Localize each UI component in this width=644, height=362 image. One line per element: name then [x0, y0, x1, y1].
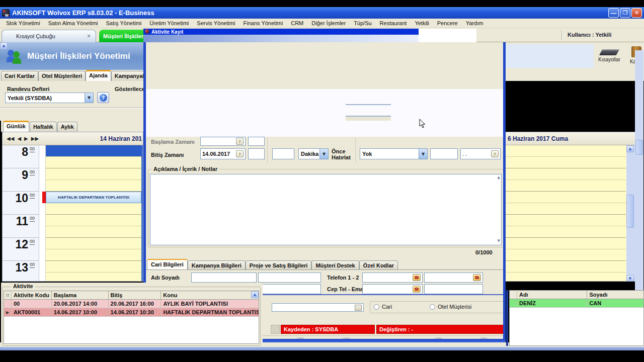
start-date-input[interactable]: 7 [200, 137, 246, 146]
restore-button[interactable]: ❐ [620, 8, 630, 18]
tab-cari-bilgileri[interactable]: Cari Bilgileri [147, 259, 188, 270]
first-name-input[interactable] [191, 273, 257, 283]
notes-label: Açıklama / İçerik / Notlar [151, 166, 219, 172]
chevron-down-icon[interactable]: ▼ [319, 149, 328, 159]
menu-pencere[interactable]: Pencere [433, 19, 462, 27]
search-input[interactable] [272, 303, 364, 312]
repeat-select[interactable]: Yok ▼ [360, 148, 428, 159]
nav-next-icon[interactable]: ▶ [24, 136, 28, 141]
nav-prev-icon[interactable]: ◀ [17, 136, 21, 141]
main-scroll-thumb[interactable] [635, 140, 643, 155]
col-baslama[interactable]: Başlama [52, 291, 109, 299]
radio-otel[interactable]: Otel Müşterisi [430, 304, 471, 310]
col-aktivite-kodu[interactable]: Aktivite Kodu [12, 291, 52, 299]
scroll-up-icon[interactable]: ▲ [626, 145, 634, 152]
menu-tupsu[interactable]: Tüp/Su [350, 19, 375, 27]
char-counter: 0/1000 [475, 249, 493, 255]
nav-last-icon[interactable]: ▶▶ [31, 136, 39, 141]
repeat-count-input[interactable] [430, 148, 458, 159]
tab-cari-kartlar[interactable]: Cari Kartlar [1, 71, 38, 81]
radio-cari[interactable]: Cari [374, 304, 392, 310]
appointment-book-label: Randevu Defteri [7, 86, 49, 92]
menu-restaurant[interactable]: Restaurant [376, 19, 411, 27]
col-bitis[interactable]: Bitiş [109, 291, 162, 299]
repeat-end-date-input[interactable]: . . 7 [460, 148, 501, 159]
calendar-picker-icon[interactable]: 7 [236, 150, 244, 157]
person-table-header[interactable]: Adı Soyadı [510, 291, 643, 299]
save-button[interactable]: ✔ [383, 335, 395, 339]
start-hour-input[interactable] [248, 137, 265, 146]
phone-icon[interactable]: ☎ [413, 274, 421, 281]
phone2-input[interactable]: ☎ [424, 273, 483, 283]
remind-label-line1: Önce [332, 148, 346, 154]
tab-ajanda[interactable]: Ajanda [86, 70, 111, 81]
app-icon [2, 9, 10, 17]
tab-aylik[interactable]: Aylık [57, 122, 77, 132]
tab-close-icon[interactable]: × [87, 33, 91, 40]
check-icon: ✔ [383, 335, 395, 339]
calendar-picker-icon[interactable]: 7 [491, 150, 499, 157]
menu-crm[interactable]: CRM [287, 19, 307, 27]
notes-scroll-down-icon[interactable]: ▼ [498, 239, 500, 243]
col-konu[interactable]: Konu [161, 291, 251, 299]
tab-proje-satis[interactable]: Proje ve Satış Bilgileri [246, 260, 312, 270]
menu-finans[interactable]: Finans Yönetimi [239, 19, 287, 27]
mouse-cursor [419, 119, 426, 129]
table-row[interactable]: ▶ AKT00001 14.06.2017 10:00 14.06.2017 1… [4, 308, 259, 317]
scroll-down-icon[interactable]: ▼ [626, 275, 634, 282]
col-adi[interactable]: Adı [517, 291, 587, 299]
calendar-event[interactable]: HAFTALIK DEPARTMAN TOPLANTISI [46, 192, 141, 203]
appointment-book-select[interactable]: Yetkili (SYSDBA) ▼ [5, 93, 94, 103]
window-titlebar[interactable]: AKINSOFT Wolvox ERP s8.03.02 - E-Busines… [0, 7, 644, 19]
next-day-grid[interactable] [506, 145, 626, 282]
help-button[interactable]: ? [97, 92, 109, 103]
cell-input[interactable]: ☎ [362, 284, 423, 294]
scroll-thumb[interactable] [626, 195, 634, 228]
chevron-down-icon[interactable]: ▼ [85, 93, 93, 103]
phone1-input[interactable]: ☎ [362, 273, 423, 283]
menu-yetkili[interactable]: Yetkili [411, 19, 433, 27]
close-button[interactable]: ✕ [631, 8, 642, 18]
table-row[interactable]: 00 20.06.2017 14:00 20.06.2017 16:00 AYL… [4, 300, 259, 308]
table-row[interactable]: DENİZ CAN [510, 299, 643, 308]
menu-satis[interactable]: Satış Yönetimi [102, 19, 146, 27]
window-title: AKINSOFT Wolvox ERP s8.03.02 - E-Busines… [12, 9, 154, 17]
notes-scroll-up-icon[interactable]: ▲ [498, 175, 500, 179]
tab-gunluk[interactable]: Günlük [3, 121, 29, 132]
phone-icon[interactable]: ☎ [473, 274, 481, 281]
menu-uretim[interactable]: Üretim Yönetimi [145, 19, 193, 27]
calendar-picker-icon[interactable]: 7 [236, 138, 244, 145]
email-input[interactable] [424, 284, 483, 294]
shortcuts-button[interactable]: Kısayollar [596, 45, 622, 68]
day-grid[interactable] [46, 145, 143, 282]
menu-servis[interactable]: Servis Yönetimi [193, 19, 239, 27]
tab-musteri-destek[interactable]: Müşteri Destek [311, 260, 359, 270]
activity-window-titlebar[interactable]: Aktivite Kayıt [143, 29, 419, 35]
tab-shortcut-bar[interactable]: Kısayol Çubuğu × [2, 30, 96, 42]
calendar-scrollbar[interactable]: ▲ ▼ [626, 145, 635, 282]
loading-zone [146, 89, 503, 137]
menu-stok[interactable]: Stok Yönetimi [2, 19, 44, 27]
remind-amount-input[interactable] [272, 148, 294, 159]
end-hour-input[interactable] [248, 148, 265, 159]
table-scroll-up-icon[interactable]: ▲ [251, 291, 259, 298]
minimize-button[interactable]: — [608, 8, 619, 18]
phone-icon[interactable]: ☎ [413, 286, 421, 293]
lookup-button[interactable] [355, 305, 362, 311]
col-soyadi[interactable]: Soyadı [587, 291, 643, 299]
nav-first-icon[interactable]: ◀◀ [7, 136, 14, 141]
tab-kampanya-bilgileri[interactable]: Kampanya Bilgileri [188, 260, 246, 270]
remind-unit-select[interactable]: Dakika ▼ [298, 148, 329, 159]
notes-textarea[interactable] [150, 174, 502, 245]
tab-otel-musterileri[interactable]: Otel Müşterileri [38, 71, 86, 81]
main-scroll-up-icon[interactable]: ▲ [0, 42, 8, 49]
menu-satin-alma[interactable]: Satın Alma Yönetimi [44, 19, 102, 27]
chevron-down-icon[interactable]: ▼ [419, 149, 427, 159]
tab-ozel-kodlar[interactable]: Özel Kodlar [359, 260, 398, 270]
end-date-input[interactable]: 14.06.2017 7 [200, 148, 246, 159]
menu-yardim[interactable]: Yardım [462, 19, 488, 27]
tab-haftalik[interactable]: Haftalık [30, 122, 57, 132]
last-name-input[interactable] [258, 273, 321, 283]
activity-table-header[interactable]: ∷ Aktivite Kodu Başlama Bitiş Konu ▲ [4, 291, 259, 300]
menu-diger[interactable]: Diğer İşlemler [307, 19, 350, 27]
